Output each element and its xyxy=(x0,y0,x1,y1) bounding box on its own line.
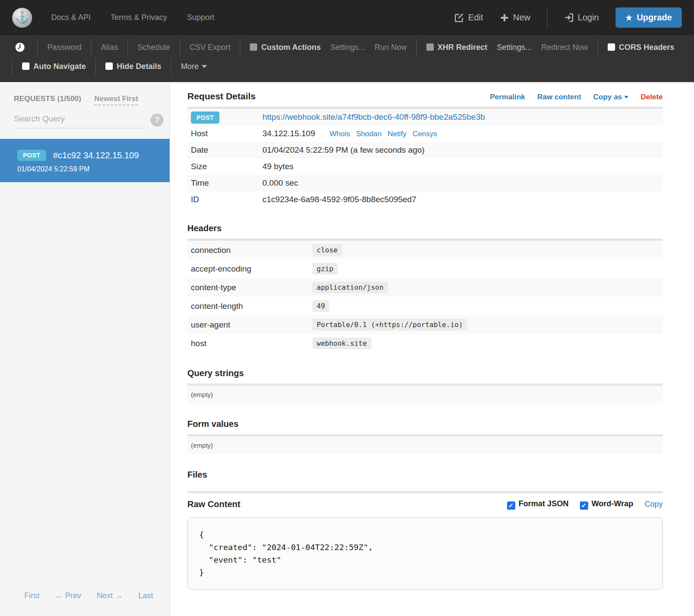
date-value: 01/04/2024 5:22:59 PM (a few seconds ago… xyxy=(259,142,663,158)
copy-raw-content-link[interactable]: Copy xyxy=(645,500,663,509)
nav-link-docs-api[interactable]: Docs & API xyxy=(51,13,91,22)
table-row-date: Date 01/04/2024 5:22:59 PM (a few second… xyxy=(187,142,663,158)
requests-sidebar: REQUESTS (1/500) Newest First ? POST #c1… xyxy=(0,83,170,616)
permalink-link[interactable]: Permalink xyxy=(490,93,525,102)
table-row-header: content-length 49 xyxy=(187,297,663,315)
table-row-header: user-agent Portable/0.1 (+https://portab… xyxy=(187,315,663,334)
xhr-redirect-toggle[interactable]: XHR Redirect xyxy=(425,43,489,52)
edit-button[interactable]: Edit xyxy=(454,13,483,23)
star-icon: ★ xyxy=(625,13,632,23)
nav-actions: Edit New Login xyxy=(454,7,682,28)
id-value: c1c9234e-6a98-4592-9f05-8b8ec5095ed7 xyxy=(259,191,663,208)
hide-details-toggle[interactable]: Hide Details xyxy=(104,62,163,71)
pagination-first[interactable]: First xyxy=(24,591,39,600)
headers-section-title: Headers xyxy=(187,223,663,233)
request-list-item-selected[interactable]: POST #c1c92 34.122.15.109 01/04/2024 5:2… xyxy=(0,139,170,182)
new-button[interactable]: New xyxy=(500,13,530,23)
auto-navigate-toggle[interactable]: Auto Navigate xyxy=(20,62,88,71)
csv-export-button[interactable]: CSV Export xyxy=(188,43,232,52)
pagination-prev[interactable]: ← Prev xyxy=(55,591,81,600)
header-value: application/json xyxy=(312,282,388,293)
header-name: content-type xyxy=(187,278,309,297)
header-value: 49 xyxy=(312,300,329,312)
time-label: Time xyxy=(187,175,259,191)
header-value: gzip xyxy=(312,263,338,275)
alias-button[interactable]: Alias xyxy=(99,43,120,52)
xhr-redirect-checkbox[interactable] xyxy=(426,43,434,51)
nav-link-terms-privacy[interactable]: Terms & Privacy xyxy=(111,13,167,22)
word-wrap-toggle[interactable]: ✓Word-Wrap xyxy=(580,499,633,510)
toolbar-divider xyxy=(95,58,96,75)
time-value: 0.000 sec xyxy=(259,175,663,191)
nav-divider xyxy=(547,9,547,27)
method-cell: POST xyxy=(187,109,259,125)
method-badge: POST xyxy=(191,111,219,124)
header-name: connection xyxy=(187,241,309,259)
format-json-toggle[interactable]: ✓Format JSON xyxy=(507,499,569,510)
custom-actions-run-now-button[interactable]: Run Now xyxy=(373,43,409,52)
login-button[interactable]: Login xyxy=(564,13,599,23)
format-json-checkbox[interactable]: ✓ xyxy=(507,501,515,510)
copy-as-dropdown[interactable]: Copy as xyxy=(593,93,629,102)
date-label: Date xyxy=(187,142,259,158)
webhook-logo-icon[interactable]: ⚓ xyxy=(12,8,32,28)
toolbar-divider xyxy=(12,58,13,75)
header-value: webhook.site xyxy=(312,337,371,349)
cors-headers-checkbox[interactable] xyxy=(608,43,615,51)
custom-actions-checkbox[interactable] xyxy=(250,43,257,51)
query-strings-section-title: Query strings xyxy=(187,368,663,378)
toolbar-divider xyxy=(240,39,240,56)
nav-links: Docs & API Terms & Privacy Support xyxy=(51,13,214,22)
toolbar-divider xyxy=(180,39,180,56)
upgrade-button[interactable]: ★ Upgrade xyxy=(615,7,682,28)
xhr-settings-button[interactable]: Settings... xyxy=(495,43,534,52)
schedule-button[interactable]: Schedule xyxy=(136,43,172,52)
nav-link-support[interactable]: Support xyxy=(187,13,214,22)
upgrade-label: Upgrade xyxy=(637,13,672,23)
word-wrap-checkbox[interactable]: ✓ xyxy=(580,501,588,510)
pagination: First ← Prev Next → Last xyxy=(0,591,170,600)
custom-actions-toggle[interactable]: Custom Actions xyxy=(248,43,322,52)
whois-link[interactable]: Whois xyxy=(330,130,350,138)
custom-actions-settings-button[interactable]: Settings... xyxy=(329,43,367,52)
files-section-title: Files xyxy=(187,470,663,480)
shodan-link[interactable]: Shodan xyxy=(356,130,382,138)
search-input[interactable] xyxy=(14,111,145,128)
search-help-icon[interactable]: ? xyxy=(151,114,164,127)
edit-label: Edit xyxy=(468,13,483,23)
header-name: host xyxy=(187,334,309,353)
table-row-size: Size 49 bytes xyxy=(187,158,663,175)
delete-button[interactable]: Delete xyxy=(641,93,663,102)
toolbar-divider xyxy=(91,39,92,56)
table-row-host: Host 34.122.15.109 Whois Shodan Netify C… xyxy=(187,125,663,142)
censys-link[interactable]: Censys xyxy=(412,130,437,138)
netify-link[interactable]: Netify xyxy=(388,130,406,138)
pagination-next[interactable]: Next → xyxy=(97,591,123,600)
section-divider xyxy=(187,491,663,493)
custom-actions-group: Custom Actions Settings... Run Now xyxy=(248,43,408,52)
toolbar-divider xyxy=(598,39,598,56)
clock-icon[interactable] xyxy=(15,42,25,52)
cors-headers-toggle[interactable]: CORS Headers xyxy=(606,43,676,52)
hide-details-checkbox[interactable] xyxy=(105,62,113,70)
host-label: Host xyxy=(187,125,259,142)
password-button[interactable]: Password xyxy=(46,43,83,52)
raw-content-section-title: Raw Content xyxy=(187,499,240,509)
table-row-header: host webhook.site xyxy=(187,334,663,353)
xhr-redirect-now-button[interactable]: Redirect Now xyxy=(540,43,590,52)
edit-icon xyxy=(454,13,464,23)
pagination-last[interactable]: Last xyxy=(138,591,153,600)
raw-content-box[interactable]: { "created": "2024-01-04T22:22:59Z", "ev… xyxy=(187,518,663,590)
request-url-link[interactable]: https://webhook.site/a74f9bcb-dec6-40ff-… xyxy=(262,112,485,121)
header-name: user-agent xyxy=(187,315,309,334)
host-lookup-links: Whois Shodan Netify Censys xyxy=(330,130,437,138)
table-row-time: Time 0.000 sec xyxy=(187,175,663,191)
auto-navigate-checkbox[interactable] xyxy=(22,62,29,70)
sort-order-toggle[interactable]: Newest First xyxy=(94,95,138,105)
toolbar-row-2: Auto Navigate Hide Details More xyxy=(12,57,682,76)
size-label: Size xyxy=(187,158,259,175)
raw-content-link[interactable]: Raw content xyxy=(537,93,581,102)
toolbar-divider xyxy=(416,39,417,56)
request-item-date: 01/04/2024 5:22:59 PM xyxy=(17,165,157,173)
more-menu-button[interactable]: More xyxy=(179,62,209,71)
